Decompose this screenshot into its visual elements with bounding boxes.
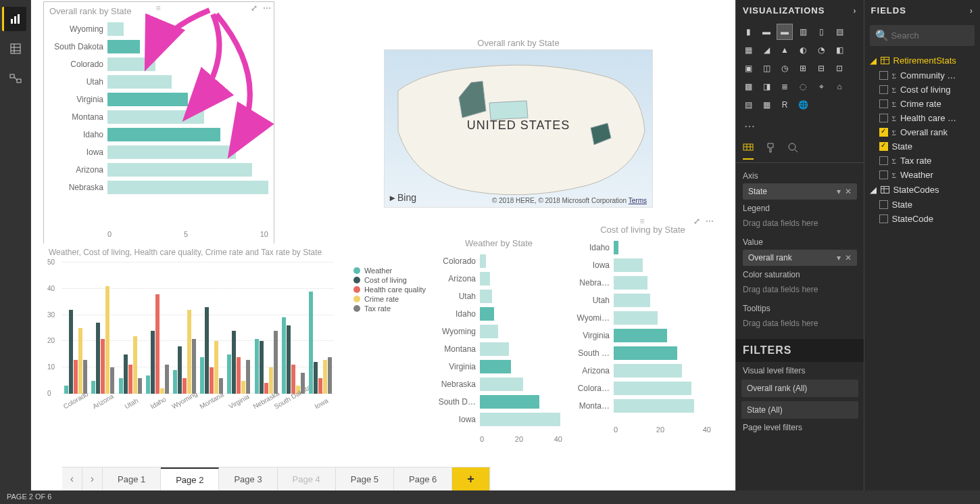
- chevron-down-icon[interactable]: ▾: [837, 187, 841, 196]
- bar[interactable]: [614, 346, 677, 360]
- bar[interactable]: [246, 360, 250, 394]
- bar[interactable]: [264, 383, 268, 394]
- drag-handle-icon[interactable]: ≡: [155, 3, 162, 13]
- visual-filter-state[interactable]: State (All): [741, 401, 858, 419]
- bar[interactable]: [614, 364, 682, 377]
- bar[interactable]: [614, 258, 643, 272]
- bar[interactable]: [110, 367, 114, 394]
- viz-type-icon[interactable]: 🌐: [795, 97, 811, 113]
- field-row[interactable]: State: [868, 198, 976, 212]
- field-row[interactable]: ΣHealth care …: [868, 111, 976, 125]
- bar[interactable]: [146, 375, 150, 394]
- bar[interactable]: [83, 360, 87, 394]
- page-tab[interactable]: Page 5: [336, 467, 394, 490]
- bar[interactable]: [614, 399, 694, 413]
- viz-type-icon[interactable]: ◢: [758, 42, 775, 58]
- viz-type-icon[interactable]: ◐: [795, 42, 811, 58]
- bar[interactable]: [269, 367, 273, 394]
- field-row[interactable]: StateCode: [868, 212, 976, 226]
- bar[interactable]: [287, 325, 291, 394]
- viz-cost-of-living-by-state[interactable]: ≡ ⤢ ⋯ Cost of living by State IdahoIowaN…: [569, 215, 716, 445]
- field-row[interactable]: ΣTax rate: [868, 154, 976, 168]
- bar[interactable]: [614, 311, 658, 325]
- bar[interactable]: [323, 360, 327, 394]
- tabs-next-button[interactable]: ›: [82, 467, 103, 490]
- bar[interactable]: [214, 341, 218, 394]
- viz-weather-by-state[interactable]: Weather by State ColoradoArizonaUtahIdah…: [430, 230, 568, 449]
- field-checkbox[interactable]: [879, 214, 888, 223]
- viz-type-icon[interactable]: ▩: [740, 78, 756, 95]
- remove-field-icon[interactable]: ✕: [845, 253, 852, 262]
- bar[interactable]: [155, 294, 160, 394]
- bar[interactable]: [105, 286, 109, 394]
- data-view-icon[interactable]: [3, 37, 28, 61]
- model-view-icon[interactable]: [3, 66, 28, 91]
- collapse-panel-icon[interactable]: ›: [853, 5, 856, 16]
- color-sat-placeholder[interactable]: Drag data fields here: [743, 282, 857, 300]
- bar[interactable]: [107, 75, 172, 89]
- bar[interactable]: [101, 339, 105, 394]
- bar[interactable]: [173, 370, 177, 394]
- viz-map-overall-rank[interactable]: Overall rank by State UNITED STATES ▸Bin…: [384, 34, 653, 211]
- add-page-button[interactable]: +: [452, 467, 490, 490]
- bar[interactable]: [480, 360, 511, 373]
- map-body[interactable]: UNITED STATES ▸Bing © 2018 HERE, © 2018 …: [384, 49, 653, 208]
- bar[interactable]: [96, 323, 100, 394]
- bar[interactable]: [614, 294, 650, 307]
- bar[interactable]: [309, 292, 313, 394]
- viz-multi-metrics-by-state[interactable]: Weather, Cost of living, Health care qua…: [43, 244, 428, 425]
- table-header-statecodes[interactable]: ◢StateCodes: [868, 182, 976, 198]
- viz-type-icon[interactable]: ◔: [813, 42, 829, 58]
- bar[interactable]: [614, 276, 647, 290]
- axis-field-chip[interactable]: State▾✕: [743, 183, 857, 200]
- field-checkbox[interactable]: [879, 71, 888, 80]
- bar[interactable]: [78, 328, 82, 394]
- remove-field-icon[interactable]: ✕: [845, 187, 852, 196]
- field-checkbox[interactable]: [879, 128, 888, 137]
- field-checkbox[interactable]: [879, 85, 888, 94]
- bar[interactable]: [178, 346, 182, 394]
- bar[interactable]: [151, 331, 155, 394]
- analytics-tab[interactable]: [787, 142, 798, 160]
- bar[interactable]: [480, 395, 539, 409]
- bar[interactable]: [318, 378, 322, 394]
- viz-type-icon[interactable]: ⊞: [795, 60, 811, 76]
- bar[interactable]: [210, 367, 214, 394]
- more-visuals-icon[interactable]: ⋯: [740, 118, 759, 134]
- legend-item[interactable]: Crime rate: [353, 295, 426, 303]
- bar[interactable]: [107, 163, 252, 177]
- field-row[interactable]: ΣCommunity …: [868, 68, 976, 83]
- field-checkbox[interactable]: [879, 114, 888, 122]
- page-tab[interactable]: Page 1: [103, 467, 161, 490]
- bar[interactable]: [187, 310, 191, 394]
- tabs-prev-button[interactable]: ‹: [62, 467, 82, 490]
- viz-type-icon[interactable]: ▲: [777, 42, 793, 58]
- report-canvas[interactable]: ≡ ⤢ ⋯ Overall rank by State WyomingSouth…: [31, 0, 735, 490]
- bar[interactable]: [237, 357, 241, 394]
- bar[interactable]: [205, 307, 209, 394]
- bar[interactable]: [291, 365, 295, 394]
- bar[interactable]: [107, 93, 188, 106]
- fields-search[interactable]: 🔍: [870, 25, 975, 46]
- bar[interactable]: [182, 378, 187, 394]
- more-options-icon[interactable]: ⋯: [263, 3, 271, 13]
- viz-type-icon[interactable]: ▤: [740, 97, 756, 113]
- drag-handle-icon[interactable]: ≡: [639, 216, 645, 226]
- page-tab[interactable]: Page 2: [161, 467, 219, 490]
- page-tab[interactable]: Page 3: [219, 467, 277, 490]
- viz-type-icon[interactable]: ▬: [758, 24, 775, 40]
- more-options-icon[interactable]: ⋯: [706, 216, 714, 226]
- legend-item[interactable]: Tax rate: [353, 304, 426, 313]
- bar[interactable]: [107, 40, 140, 53]
- bar[interactable]: [133, 336, 137, 394]
- field-checkbox[interactable]: [879, 99, 888, 108]
- viz-type-icon[interactable]: ▮: [740, 24, 756, 40]
- legend-item[interactable]: Weather: [353, 267, 426, 275]
- field-checkbox[interactable]: [879, 156, 888, 165]
- bar[interactable]: [200, 357, 204, 394]
- bar[interactable]: [480, 254, 486, 268]
- fields-search-input[interactable]: [889, 28, 980, 43]
- format-tab[interactable]: [766, 142, 775, 160]
- bar[interactable]: [614, 329, 667, 342]
- viz-overall-rank-by-state[interactable]: ≡ ⤢ ⋯ Overall rank by State WyomingSouth…: [43, 1, 274, 245]
